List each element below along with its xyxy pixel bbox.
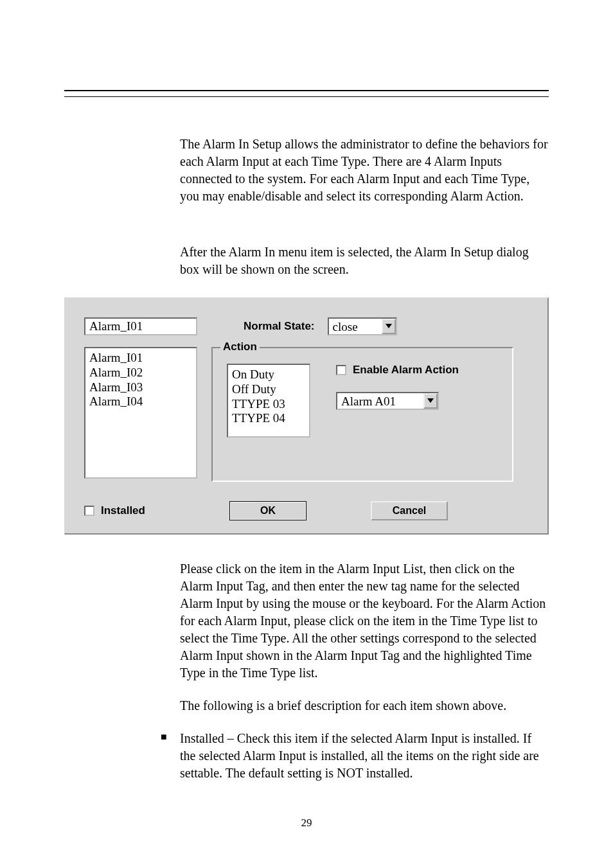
bullet-installed-text: Installed – Check this item if the selec… <box>180 730 549 782</box>
list-item[interactable]: Alarm_I03 <box>89 380 192 395</box>
intro-paragraph: The Alarm In Setup allows the administra… <box>180 136 549 205</box>
list-item[interactable]: Alarm_I02 <box>89 366 192 380</box>
after-select-paragraph: After the Alarm In menu item is selected… <box>180 244 549 278</box>
action-groupbox: Action On Duty Off Duty TTYPE 03 TTYPE 0… <box>211 347 513 482</box>
chevron-down-icon[interactable] <box>382 319 396 334</box>
list-item[interactable]: On Duty <box>232 368 305 382</box>
svg-marker-1 <box>427 398 434 403</box>
list-item[interactable]: Alarm_I04 <box>89 394 192 409</box>
enable-alarm-action-checkbox[interactable] <box>336 365 346 375</box>
please-click-paragraph: Please click on the item in the Alarm In… <box>180 560 549 682</box>
thin-rule <box>64 96 549 97</box>
alarm-input-tag-field[interactable] <box>84 317 197 335</box>
chevron-down-icon[interactable] <box>423 393 438 409</box>
page-number: 29 <box>0 817 613 829</box>
installed-label: Installed <box>101 504 145 517</box>
time-type-list[interactable]: On Duty Off Duty TTYPE 03 TTYPE 04 <box>227 364 310 438</box>
bullet-marker-icon: ■ <box>161 730 180 782</box>
thick-rule-top <box>64 90 549 91</box>
alarm-in-setup-dialog: Normal State: close Alarm_I01 Alarm_I02 … <box>64 297 549 535</box>
installed-checkbox[interactable] <box>84 506 94 516</box>
normal-state-select[interactable]: close <box>328 317 397 335</box>
action-legend: Action <box>220 341 260 353</box>
alarm-action-select[interactable]: Alarm A01 <box>336 392 439 410</box>
alarm-action-value: Alarm A01 <box>337 393 423 409</box>
ok-button[interactable]: OK <box>229 501 306 520</box>
list-item[interactable]: TTYPE 03 <box>232 397 305 412</box>
alarm-input-list[interactable]: Alarm_I01 Alarm_I02 Alarm_I03 Alarm_I04 <box>84 347 197 479</box>
normal-state-value: close <box>329 319 382 334</box>
cancel-button[interactable]: Cancel <box>371 501 448 520</box>
list-item[interactable]: TTYPE 04 <box>232 411 305 426</box>
list-item[interactable]: Off Duty <box>232 382 305 397</box>
normal-state-label: Normal State: <box>244 320 315 333</box>
bullet-installed: ■ Installed – Check this item if the sel… <box>161 730 549 782</box>
list-item[interactable]: Alarm_I01 <box>89 351 192 366</box>
svg-marker-0 <box>386 324 392 328</box>
following-paragraph: The following is a brief description for… <box>180 697 549 714</box>
enable-alarm-action-label: Enable Alarm Action <box>353 364 459 376</box>
